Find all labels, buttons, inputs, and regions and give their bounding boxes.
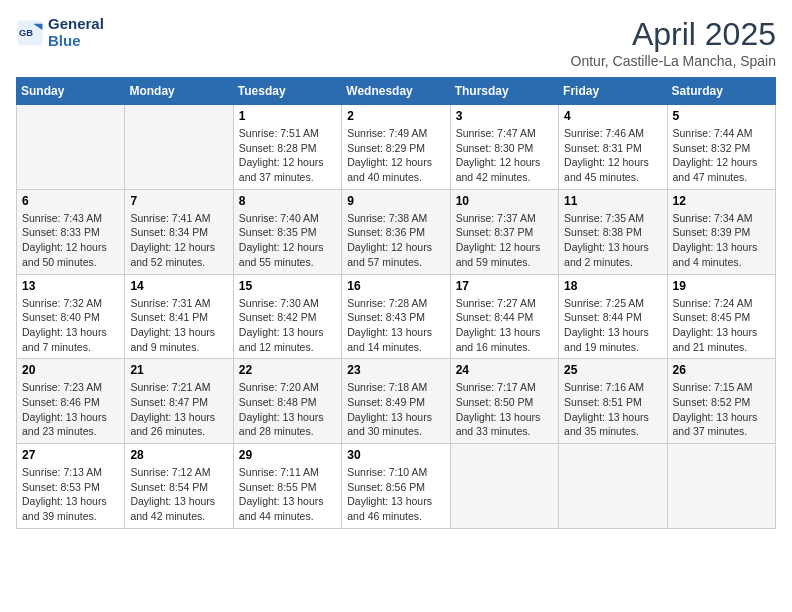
day-sun-info: Sunrise: 7:10 AMSunset: 8:56 PMDaylight:… <box>347 465 444 524</box>
calendar-cell: 30Sunrise: 7:10 AMSunset: 8:56 PMDayligh… <box>342 444 450 529</box>
day-number: 2 <box>347 109 444 123</box>
col-friday: Friday <box>559 78 667 105</box>
day-sun-info: Sunrise: 7:18 AMSunset: 8:49 PMDaylight:… <box>347 380 444 439</box>
calendar-cell: 22Sunrise: 7:20 AMSunset: 8:48 PMDayligh… <box>233 359 341 444</box>
day-number: 29 <box>239 448 336 462</box>
calendar-week-row: 20Sunrise: 7:23 AMSunset: 8:46 PMDayligh… <box>17 359 776 444</box>
month-year-title: April 2025 <box>571 16 776 53</box>
logo: GB General Blue <box>16 16 104 49</box>
calendar-cell <box>17 105 125 190</box>
day-number: 6 <box>22 194 119 208</box>
calendar-cell: 24Sunrise: 7:17 AMSunset: 8:50 PMDayligh… <box>450 359 558 444</box>
logo-text: General Blue <box>48 16 104 49</box>
day-sun-info: Sunrise: 7:51 AMSunset: 8:28 PMDaylight:… <box>239 126 336 185</box>
day-number: 28 <box>130 448 227 462</box>
day-number: 27 <box>22 448 119 462</box>
day-sun-info: Sunrise: 7:44 AMSunset: 8:32 PMDaylight:… <box>673 126 770 185</box>
calendar-cell: 20Sunrise: 7:23 AMSunset: 8:46 PMDayligh… <box>17 359 125 444</box>
day-number: 18 <box>564 279 661 293</box>
day-number: 20 <box>22 363 119 377</box>
calendar-cell: 3Sunrise: 7:47 AMSunset: 8:30 PMDaylight… <box>450 105 558 190</box>
col-sunday: Sunday <box>17 78 125 105</box>
day-sun-info: Sunrise: 7:43 AMSunset: 8:33 PMDaylight:… <box>22 211 119 270</box>
calendar-cell <box>559 444 667 529</box>
day-sun-info: Sunrise: 7:47 AMSunset: 8:30 PMDaylight:… <box>456 126 553 185</box>
day-sun-info: Sunrise: 7:27 AMSunset: 8:44 PMDaylight:… <box>456 296 553 355</box>
day-number: 12 <box>673 194 770 208</box>
day-sun-info: Sunrise: 7:30 AMSunset: 8:42 PMDaylight:… <box>239 296 336 355</box>
day-number: 26 <box>673 363 770 377</box>
calendar-cell: 17Sunrise: 7:27 AMSunset: 8:44 PMDayligh… <box>450 274 558 359</box>
day-sun-info: Sunrise: 7:31 AMSunset: 8:41 PMDaylight:… <box>130 296 227 355</box>
calendar-cell: 16Sunrise: 7:28 AMSunset: 8:43 PMDayligh… <box>342 274 450 359</box>
calendar-cell: 13Sunrise: 7:32 AMSunset: 8:40 PMDayligh… <box>17 274 125 359</box>
col-thursday: Thursday <box>450 78 558 105</box>
day-number: 17 <box>456 279 553 293</box>
day-sun-info: Sunrise: 7:11 AMSunset: 8:55 PMDaylight:… <box>239 465 336 524</box>
calendar-cell: 1Sunrise: 7:51 AMSunset: 8:28 PMDaylight… <box>233 105 341 190</box>
calendar-cell: 21Sunrise: 7:21 AMSunset: 8:47 PMDayligh… <box>125 359 233 444</box>
day-sun-info: Sunrise: 7:32 AMSunset: 8:40 PMDaylight:… <box>22 296 119 355</box>
calendar-header-row: Sunday Monday Tuesday Wednesday Thursday… <box>17 78 776 105</box>
calendar-cell: 28Sunrise: 7:12 AMSunset: 8:54 PMDayligh… <box>125 444 233 529</box>
calendar-week-row: 6Sunrise: 7:43 AMSunset: 8:33 PMDaylight… <box>17 189 776 274</box>
day-sun-info: Sunrise: 7:49 AMSunset: 8:29 PMDaylight:… <box>347 126 444 185</box>
day-number: 13 <box>22 279 119 293</box>
day-number: 23 <box>347 363 444 377</box>
calendar-cell: 11Sunrise: 7:35 AMSunset: 8:38 PMDayligh… <box>559 189 667 274</box>
day-sun-info: Sunrise: 7:24 AMSunset: 8:45 PMDaylight:… <box>673 296 770 355</box>
calendar-cell: 7Sunrise: 7:41 AMSunset: 8:34 PMDaylight… <box>125 189 233 274</box>
day-sun-info: Sunrise: 7:28 AMSunset: 8:43 PMDaylight:… <box>347 296 444 355</box>
col-wednesday: Wednesday <box>342 78 450 105</box>
calendar-week-row: 1Sunrise: 7:51 AMSunset: 8:28 PMDaylight… <box>17 105 776 190</box>
day-sun-info: Sunrise: 7:41 AMSunset: 8:34 PMDaylight:… <box>130 211 227 270</box>
day-number: 14 <box>130 279 227 293</box>
day-number: 21 <box>130 363 227 377</box>
calendar-cell <box>667 444 775 529</box>
day-number: 4 <box>564 109 661 123</box>
calendar-cell: 14Sunrise: 7:31 AMSunset: 8:41 PMDayligh… <box>125 274 233 359</box>
day-number: 19 <box>673 279 770 293</box>
day-number: 9 <box>347 194 444 208</box>
day-sun-info: Sunrise: 7:20 AMSunset: 8:48 PMDaylight:… <box>239 380 336 439</box>
calendar-cell: 29Sunrise: 7:11 AMSunset: 8:55 PMDayligh… <box>233 444 341 529</box>
day-number: 22 <box>239 363 336 377</box>
calendar-cell: 12Sunrise: 7:34 AMSunset: 8:39 PMDayligh… <box>667 189 775 274</box>
calendar-cell: 5Sunrise: 7:44 AMSunset: 8:32 PMDaylight… <box>667 105 775 190</box>
day-sun-info: Sunrise: 7:23 AMSunset: 8:46 PMDaylight:… <box>22 380 119 439</box>
calendar-cell <box>125 105 233 190</box>
calendar-cell: 23Sunrise: 7:18 AMSunset: 8:49 PMDayligh… <box>342 359 450 444</box>
day-sun-info: Sunrise: 7:21 AMSunset: 8:47 PMDaylight:… <box>130 380 227 439</box>
calendar-cell: 19Sunrise: 7:24 AMSunset: 8:45 PMDayligh… <box>667 274 775 359</box>
location-text: Ontur, Castille-La Mancha, Spain <box>571 53 776 69</box>
day-number: 10 <box>456 194 553 208</box>
calendar-cell: 4Sunrise: 7:46 AMSunset: 8:31 PMDaylight… <box>559 105 667 190</box>
day-number: 30 <box>347 448 444 462</box>
day-number: 5 <box>673 109 770 123</box>
calendar-week-row: 13Sunrise: 7:32 AMSunset: 8:40 PMDayligh… <box>17 274 776 359</box>
calendar-cell: 8Sunrise: 7:40 AMSunset: 8:35 PMDaylight… <box>233 189 341 274</box>
day-number: 3 <box>456 109 553 123</box>
calendar-cell: 27Sunrise: 7:13 AMSunset: 8:53 PMDayligh… <box>17 444 125 529</box>
day-number: 8 <box>239 194 336 208</box>
day-number: 1 <box>239 109 336 123</box>
calendar-week-row: 27Sunrise: 7:13 AMSunset: 8:53 PMDayligh… <box>17 444 776 529</box>
header: GB General Blue April 2025 Ontur, Castil… <box>16 16 776 69</box>
day-sun-info: Sunrise: 7:37 AMSunset: 8:37 PMDaylight:… <box>456 211 553 270</box>
calendar-cell: 15Sunrise: 7:30 AMSunset: 8:42 PMDayligh… <box>233 274 341 359</box>
day-number: 25 <box>564 363 661 377</box>
day-sun-info: Sunrise: 7:16 AMSunset: 8:51 PMDaylight:… <box>564 380 661 439</box>
day-sun-info: Sunrise: 7:17 AMSunset: 8:50 PMDaylight:… <box>456 380 553 439</box>
day-sun-info: Sunrise: 7:12 AMSunset: 8:54 PMDaylight:… <box>130 465 227 524</box>
day-sun-info: Sunrise: 7:15 AMSunset: 8:52 PMDaylight:… <box>673 380 770 439</box>
calendar-cell: 18Sunrise: 7:25 AMSunset: 8:44 PMDayligh… <box>559 274 667 359</box>
day-sun-info: Sunrise: 7:38 AMSunset: 8:36 PMDaylight:… <box>347 211 444 270</box>
title-area: April 2025 Ontur, Castille-La Mancha, Sp… <box>571 16 776 69</box>
logo-icon: GB <box>16 19 44 47</box>
calendar-cell: 26Sunrise: 7:15 AMSunset: 8:52 PMDayligh… <box>667 359 775 444</box>
day-number: 16 <box>347 279 444 293</box>
day-number: 7 <box>130 194 227 208</box>
calendar-cell: 25Sunrise: 7:16 AMSunset: 8:51 PMDayligh… <box>559 359 667 444</box>
day-sun-info: Sunrise: 7:13 AMSunset: 8:53 PMDaylight:… <box>22 465 119 524</box>
day-sun-info: Sunrise: 7:35 AMSunset: 8:38 PMDaylight:… <box>564 211 661 270</box>
